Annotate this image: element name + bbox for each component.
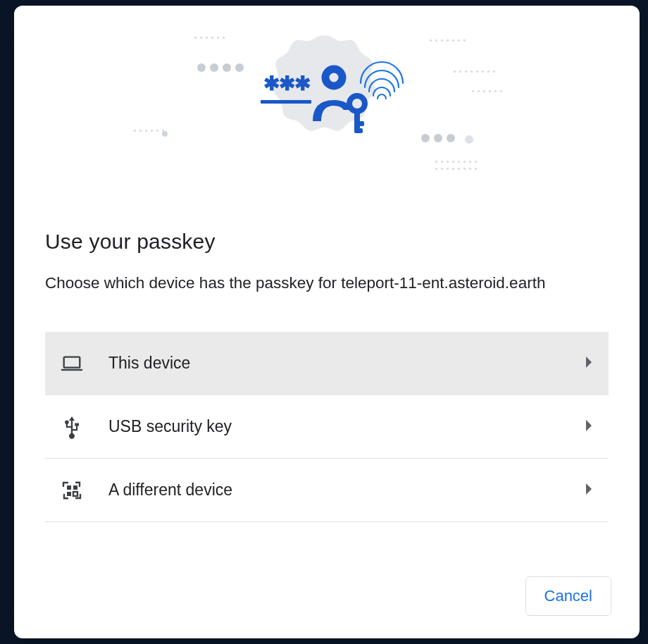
usb-icon <box>61 416 83 438</box>
decorative-dashes <box>134 130 164 132</box>
decorative-dashes <box>454 70 495 73</box>
hero-illustration: ✱ ✱ ✱ <box>14 6 640 189</box>
svg-text:✱: ✱ <box>279 73 295 94</box>
svg-rect-14 <box>73 492 77 496</box>
decorative-dashes <box>430 39 466 42</box>
svg-text:✱: ✱ <box>294 73 311 94</box>
passkey-dialog: ✱ ✱ ✱ <box>14 6 640 638</box>
dialog-content: Use your passkey Choose which device has… <box>14 189 640 557</box>
option-label: USB security key <box>108 417 559 436</box>
chevron-right-icon <box>585 356 593 371</box>
svg-rect-12 <box>73 485 77 490</box>
svg-rect-9 <box>64 357 80 367</box>
decorative-dashes <box>435 168 477 170</box>
svg-point-4 <box>325 69 342 86</box>
svg-rect-13 <box>67 492 71 496</box>
passkey-icon: ✱ ✱ ✱ <box>242 41 411 154</box>
device-option-list: This device USB security key <box>45 332 609 522</box>
chevron-right-icon <box>585 419 593 435</box>
qr-icon <box>61 479 83 502</box>
decorative-dots <box>162 131 168 137</box>
svg-rect-7 <box>354 121 364 126</box>
decorative-dots <box>421 134 455 142</box>
option-label: This device <box>108 354 559 373</box>
chevron-right-icon <box>585 483 593 498</box>
option-this-device[interactable]: This device <box>45 332 609 395</box>
dialog-title: Use your passkey <box>45 230 609 254</box>
cancel-button[interactable]: Cancel <box>525 576 611 616</box>
decorative-dots <box>197 63 244 72</box>
decorative-dots <box>465 135 473 144</box>
svg-rect-8 <box>354 128 363 133</box>
option-different-device[interactable]: A different device <box>45 459 609 522</box>
option-label: A different device <box>108 481 559 500</box>
dialog-subtitle: Choose which device has the passkey for … <box>45 269 580 297</box>
decorative-dashes <box>194 37 225 39</box>
laptop-icon <box>61 352 83 375</box>
option-usb-key[interactable]: USB security key <box>45 395 609 459</box>
dialog-footer: Cancel <box>14 557 640 638</box>
decorative-dashes <box>472 90 502 92</box>
svg-rect-6 <box>354 109 360 131</box>
decorative-dashes <box>435 161 477 163</box>
svg-rect-11 <box>67 485 71 490</box>
svg-text:✱: ✱ <box>263 73 280 94</box>
svg-rect-3 <box>261 100 311 104</box>
